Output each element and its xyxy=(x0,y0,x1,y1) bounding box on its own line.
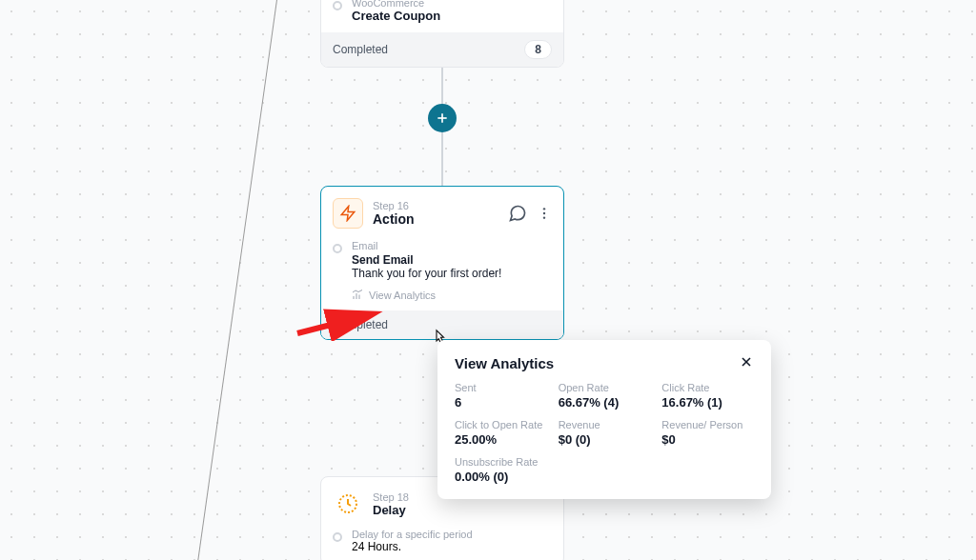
stat-open-rate: Open Rate 66.67% (4) xyxy=(559,382,651,410)
stat-revenue-person: Revenue/ Person $0 xyxy=(661,419,754,447)
clock-icon xyxy=(336,492,359,515)
connector-line xyxy=(441,132,443,187)
red-arrow-annotation xyxy=(294,303,389,341)
analytics-popover: View Analytics Sent 6 Open Rate 66.67% (… xyxy=(437,340,771,499)
count-badge: 8 xyxy=(524,40,552,59)
stat-unsubscribe: Unsubscribe Rate 0.00% (0) xyxy=(455,456,754,484)
delay-type-icon xyxy=(333,489,363,519)
step-node-dot xyxy=(333,532,342,542)
automation-canvas[interactable]: WooCommerce Create Coupon Completed 8 St… xyxy=(0,0,976,560)
step-node-dot xyxy=(333,1,342,10)
popover-title: View Analytics xyxy=(455,355,554,371)
step-number-label: Step 16 xyxy=(373,200,415,211)
action-description: Thank you for your first order! xyxy=(352,267,501,280)
step-type-label: Delay xyxy=(373,503,409,517)
stat-click-rate: Click Rate 16.67% (1) xyxy=(661,382,754,410)
stat-revenue: Revenue $0 (0) xyxy=(559,419,651,447)
step-node-dot xyxy=(333,244,342,253)
action-type-icon xyxy=(333,198,363,229)
delay-duration: 24 Hours. xyxy=(352,540,473,553)
view-analytics-label: View Analytics xyxy=(369,290,436,301)
close-button[interactable] xyxy=(739,353,754,372)
comment-icon[interactable] xyxy=(508,204,527,223)
more-icon[interactable] xyxy=(537,206,552,221)
svg-line-10 xyxy=(297,314,372,333)
plus-icon xyxy=(435,110,450,126)
step-title: Create Coupon xyxy=(352,9,440,23)
connector-line xyxy=(441,66,443,104)
analytics-icon xyxy=(352,290,363,301)
add-step-button[interactable] xyxy=(428,104,457,132)
integration-label: WooCommerce xyxy=(352,0,440,9)
lightning-icon xyxy=(339,205,356,222)
step-type-label: Action xyxy=(373,211,415,227)
svg-marker-2 xyxy=(341,207,355,221)
step-footer: Completed 8 xyxy=(321,32,563,67)
action-name: Send Email xyxy=(352,253,501,267)
automation-step-create-coupon[interactable]: WooCommerce Create Coupon Completed 8 xyxy=(320,0,564,68)
close-icon xyxy=(739,354,754,370)
delay-description-label: Delay for a specific period xyxy=(352,529,473,540)
svg-point-4 xyxy=(543,212,545,214)
view-analytics-link[interactable]: View Analytics xyxy=(352,290,552,301)
status-label: Completed xyxy=(333,43,388,56)
stat-click-to-open: Click to Open Rate 25.00% xyxy=(455,419,547,447)
svg-point-3 xyxy=(543,208,545,210)
action-channel-label: Email xyxy=(352,240,501,251)
decorative-line xyxy=(180,0,287,560)
svg-point-5 xyxy=(543,216,545,218)
stat-sent: Sent 6 xyxy=(455,382,547,410)
step-number-label: Step 18 xyxy=(373,491,409,503)
